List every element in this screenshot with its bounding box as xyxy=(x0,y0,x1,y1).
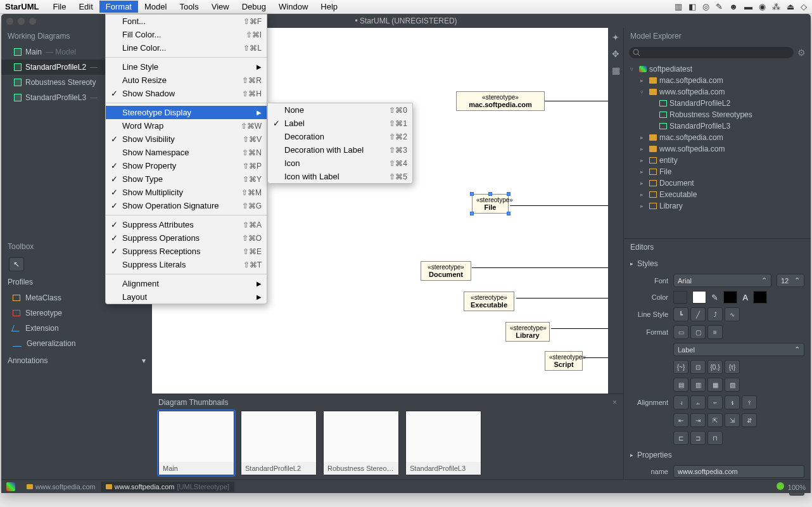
format-toggle-row2[interactable]: ▤▥▦▧ xyxy=(673,378,740,392)
pkg-icon xyxy=(649,146,657,152)
move-icon[interactable]: ✥ xyxy=(610,48,621,60)
tree-node[interactable]: ▸Document xyxy=(624,177,811,189)
name-input[interactable]: www.softpedia.com xyxy=(673,465,804,478)
fill-white-swatch[interactable] xyxy=(692,291,706,304)
tree-node[interactable]: Robustness Stereotypes xyxy=(624,109,811,120)
uml-node[interactable]: «stereotype»Library xyxy=(505,322,550,342)
uml-node[interactable]: «stereotype»mac.softpedia.com xyxy=(456,91,545,111)
tree-node[interactable]: StandardProfileL2 xyxy=(624,98,811,109)
menu-tools[interactable]: Tools xyxy=(173,1,205,13)
uml-node[interactable]: «stereotype»Script xyxy=(545,351,583,371)
status-tab[interactable]: www.softpedia.com xyxy=(22,482,101,492)
format-item-stereotype-display[interactable]: Stereotype Display▶ xyxy=(106,106,267,119)
format-item-line-color-[interactable]: Line Color...⇧⌘L xyxy=(106,41,267,55)
cls-icon xyxy=(649,203,657,209)
tool-generalization[interactable]: Generalization xyxy=(1,336,152,351)
fill-color-swatch[interactable] xyxy=(673,291,687,304)
format-item-show-operation-signature[interactable]: ✓Show Operation Signature⇧⌘G xyxy=(106,199,267,212)
font-color-swatch[interactable] xyxy=(753,291,767,304)
menu-window[interactable]: Window xyxy=(272,1,314,13)
format-item-suppress-operations[interactable]: ✓Suppress Operations⇧⌘O xyxy=(106,231,267,245)
tree-node[interactable]: ▸mac.softpedia.com xyxy=(624,75,811,86)
tree-node[interactable]: ▸File xyxy=(624,166,811,177)
stereotype-item-icon[interactable]: Icon⇧⌘4 xyxy=(268,157,412,170)
menu-help[interactable]: Help xyxy=(314,1,344,13)
format-buttons[interactable]: ▭▢≡ xyxy=(673,325,723,339)
format-item-font-[interactable]: Font...⇧⌘F xyxy=(106,15,267,28)
format-item-suppress-receptions[interactable]: ✓Suppress Receptions⇧⌘E xyxy=(106,245,267,258)
format-item-fill-color-[interactable]: Fill Color...⇧⌘I xyxy=(106,28,267,41)
format-item-auto-resize[interactable]: Auto Resize⇧⌘R xyxy=(106,74,267,87)
stereotype-item-decoration-with-label[interactable]: Decoration with Label⇧⌘3 xyxy=(268,143,412,157)
thumbnail-item[interactable]: Robustness Stereotype xyxy=(323,411,399,475)
uml-node[interactable]: «stereotype»File xyxy=(472,194,509,214)
format-item-layout[interactable]: Layout▶ xyxy=(106,290,267,304)
tree-node[interactable]: ▸www.softpedia.com xyxy=(624,143,811,155)
tree-node[interactable]: ▸mac.softpedia.com xyxy=(624,132,811,143)
format-toggle-row1[interactable]: {~}⊡{0.}{τ} xyxy=(673,360,740,374)
uml-node[interactable]: «stereotype»Executable xyxy=(464,292,514,311)
format-item-show-shadow[interactable]: ✓Show Shadow⇧⌘H xyxy=(106,87,267,100)
thumbnail-item[interactable]: StandardProfileL3 xyxy=(405,411,481,475)
format-item-suppress-literals[interactable]: Suppress Literals⇧⌘T xyxy=(106,258,267,271)
styles-section[interactable]: ▸Styles xyxy=(624,255,811,272)
format-select[interactable]: Label⌃ xyxy=(673,343,804,356)
model-tree[interactable]: ▿softpediatest▸mac.softpedia.com▿www.sof… xyxy=(624,61,811,238)
font-size-select[interactable]: 12⌃ xyxy=(777,274,804,287)
uml-node[interactable]: «stereotype»Document xyxy=(421,261,471,281)
model-search-input[interactable] xyxy=(629,47,794,58)
tool-stereotype[interactable]: Stereotype xyxy=(1,305,152,321)
thumbnail-item[interactable]: StandardProfileL2 xyxy=(241,411,317,475)
annotations-section[interactable]: Annotations▾ xyxy=(1,351,152,370)
tree-node[interactable]: ▿softpediatest xyxy=(624,63,811,75)
status-tab[interactable]: www.softpedia.com [UMLStereotype] xyxy=(101,482,234,492)
stereotype-item-decoration[interactable]: Decoration⇧⌘2 xyxy=(268,130,412,143)
menu-view[interactable]: View xyxy=(205,1,236,13)
line-color-swatch[interactable] xyxy=(723,291,737,304)
font-family-select[interactable]: Arial⌃ xyxy=(673,274,771,287)
format-item-alignment[interactable]: Alignment▶ xyxy=(106,277,267,290)
zoom-level: 100% xyxy=(788,484,806,491)
grid-icon[interactable]: ▦ xyxy=(610,65,621,76)
extension-icon[interactable]: ✦ xyxy=(610,32,621,43)
gear-icon[interactable]: ⚙ xyxy=(797,48,806,58)
menu-file[interactable]: File xyxy=(46,1,72,13)
prj-icon xyxy=(639,66,647,72)
format-item-show-multiplicity[interactable]: ✓Show Multiplicity⇧⌘M xyxy=(106,186,267,199)
menu-model[interactable]: Model xyxy=(138,1,173,13)
thumbnail-item[interactable]: Main xyxy=(158,411,234,475)
stereotype-item-icon-with-label[interactable]: Icon with Label⇧⌘5 xyxy=(268,170,412,183)
linestyle-buttons[interactable]: ┗╱⤴∿ xyxy=(673,307,740,321)
menu-format[interactable]: Format xyxy=(99,1,138,13)
alignment-row3[interactable]: ⊏⊐⊓ xyxy=(673,431,723,445)
close-icon[interactable]: × xyxy=(612,398,617,407)
tool-extension[interactable]: Extension xyxy=(1,321,152,336)
menu-edit[interactable]: Edit xyxy=(72,1,99,13)
format-item-show-namespace[interactable]: Show Namespace⇧⌘N xyxy=(106,146,267,159)
stereotype-item-none[interactable]: None⇧⌘0 xyxy=(268,103,412,117)
package-icon xyxy=(106,484,112,489)
format-item-show-type[interactable]: ✓Show Type⇧⌘Y xyxy=(106,172,267,186)
format-item-word-wrap[interactable]: Word Wrap⇧⌘W xyxy=(106,119,267,132)
format-item-show-property[interactable]: ✓Show Property⇧⌘P xyxy=(106,159,267,172)
properties-section[interactable]: ▸Properties xyxy=(624,447,811,463)
stereotype-display-submenu[interactable]: None⇧⌘0✓Label⇧⌘1Decoration⇧⌘2Decoration … xyxy=(267,103,413,184)
tree-node[interactable]: StandardProfileL3 xyxy=(624,120,811,132)
tree-node[interactable]: ▸Library xyxy=(624,200,811,212)
format-item-suppress-attributes[interactable]: ✓Suppress Attributes⇧⌘A xyxy=(106,218,267,231)
alignment-row1[interactable]: ⫞⫠⫟⫮⫯ xyxy=(673,395,757,409)
stereotype-item-label[interactable]: ✓Label⇧⌘1 xyxy=(268,117,412,130)
format-menu-dropdown[interactable]: Font...⇧⌘FFill Color...⇧⌘ILine Color...⇧… xyxy=(105,14,267,304)
alignment-row2[interactable]: ⇤⇥⇱⇲⇵ xyxy=(673,413,757,427)
window-controls[interactable] xyxy=(6,18,36,25)
cursor-tool[interactable]: ↖ xyxy=(9,257,24,271)
tree-node[interactable]: ▿www.softpedia.com xyxy=(624,86,811,98)
chevron-down-icon: ▾ xyxy=(142,356,146,365)
format-item-show-visibility[interactable]: ✓Show Visibility⇧⌘V xyxy=(106,132,267,146)
menu-debug[interactable]: Debug xyxy=(236,1,272,13)
format-item-line-style[interactable]: Line Style▶ xyxy=(106,60,267,74)
tree-node[interactable]: ▸Executable xyxy=(624,189,811,200)
eject-icon: ⏏ xyxy=(787,2,794,11)
display-icon: ▬ xyxy=(744,2,752,11)
tree-node[interactable]: ▸entity xyxy=(624,155,811,166)
